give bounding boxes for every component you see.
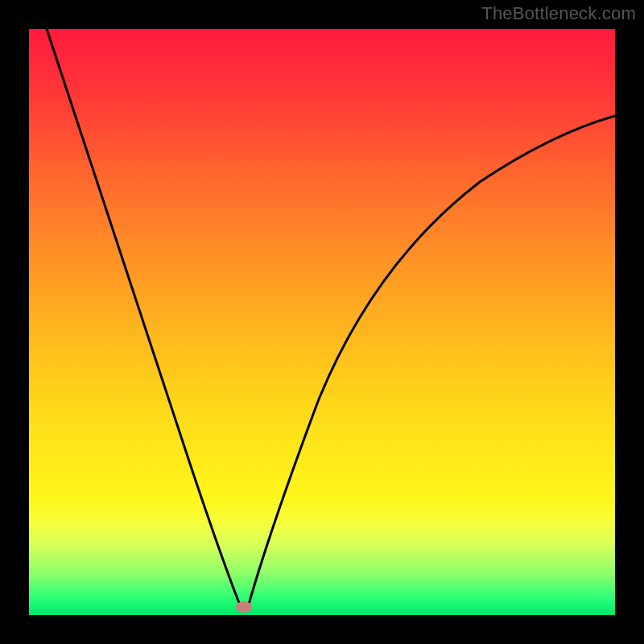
bottleneck-curve-left bbox=[47, 29, 241, 607]
chart-frame: TheBottleneck.com bbox=[0, 0, 644, 644]
chart-plot-area bbox=[29, 29, 615, 615]
bottleneck-curve-right bbox=[248, 116, 615, 607]
chart-svg bbox=[29, 29, 615, 615]
minimum-marker bbox=[236, 601, 252, 613]
watermark-text: TheBottleneck.com bbox=[481, 3, 636, 24]
